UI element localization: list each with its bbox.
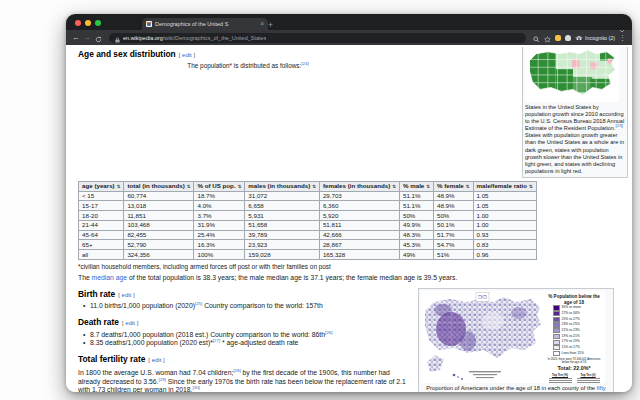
median-age-line: The median age of the total population i… bbox=[78, 274, 628, 283]
column-header[interactable]: male/female ratio⇅ bbox=[473, 181, 536, 191]
reference-link[interactable]: [29] bbox=[158, 376, 165, 381]
table-cell: 5,920 bbox=[319, 211, 399, 221]
table-cell: 51.7% bbox=[433, 230, 473, 240]
column-header[interactable]: total (in thousands)⇅ bbox=[124, 181, 194, 191]
sort-icon[interactable]: ⇅ bbox=[426, 184, 430, 189]
table-cell: 100% bbox=[194, 250, 245, 260]
column-header[interactable]: age (years)⇅ bbox=[79, 181, 124, 191]
inline-link[interactable]: median age bbox=[92, 274, 128, 281]
us-growth-map-image[interactable] bbox=[525, 47, 619, 102]
table-cell: 324,356 bbox=[124, 250, 194, 260]
top-ten-lists: Top Ten (%) Top Ten (#) bbox=[545, 374, 603, 384]
reference-link[interactable]: [30] bbox=[192, 385, 199, 390]
reference-link[interactable]: [28] bbox=[233, 367, 240, 372]
zoom-window-button[interactable] bbox=[95, 20, 101, 26]
tab-search-chevron-icon[interactable] bbox=[619, 19, 625, 37]
legend-total: Total: 22.0%* bbox=[545, 365, 603, 372]
lock-icon bbox=[115, 29, 120, 47]
extension-icon[interactable] bbox=[555, 35, 561, 41]
legend-item: Less than 15% bbox=[553, 351, 603, 356]
sort-icon[interactable]: ⇅ bbox=[392, 184, 396, 189]
incognito-badge[interactable]: Incognito (2) bbox=[575, 35, 615, 41]
browser-titlebar: W Demographics of the United S × + bbox=[66, 14, 632, 30]
close-window-button[interactable] bbox=[75, 20, 81, 26]
text-run: 11.0 births/1,000 population (2020) bbox=[90, 302, 195, 309]
sort-icon[interactable]: ⇅ bbox=[117, 184, 121, 189]
table-cell: 159,028 bbox=[245, 250, 320, 260]
table-cell: 39,789 bbox=[245, 230, 320, 240]
legend-label: Less than 15% bbox=[562, 352, 584, 355]
screenshot-stage: W Demographics of the United S × + ← → e… bbox=[0, 0, 640, 400]
zoom-page-icon[interactable] bbox=[533, 29, 540, 47]
incognito-label: Incognito (2) bbox=[585, 35, 615, 41]
sort-icon[interactable]: ⇅ bbox=[529, 184, 533, 189]
age-table: age (years)⇅total (in thousands)⇅% of US… bbox=[78, 181, 537, 260]
table-cell: 1.00 bbox=[473, 220, 536, 230]
table-cell: 45-64 bbox=[79, 230, 124, 240]
extension-icon[interactable] bbox=[565, 35, 571, 41]
figure-population-growth-map[interactable]: States in the United States by populatio… bbox=[522, 47, 628, 178]
bookmark-star-icon[interactable] bbox=[544, 29, 551, 47]
text-run: The population* is distributed as follow… bbox=[187, 62, 301, 69]
tab-title: Demographics of the United S bbox=[155, 21, 257, 27]
text-run: The bbox=[78, 274, 92, 281]
table-caption: The population* is distributed as follow… bbox=[78, 62, 418, 70]
tab-close-icon[interactable]: × bbox=[260, 21, 264, 28]
forward-icon[interactable]: → bbox=[84, 34, 92, 42]
column-header[interactable]: males (in thousands)⇅ bbox=[245, 181, 320, 191]
wikipedia-favicon-icon: W bbox=[146, 21, 152, 27]
sort-icon[interactable]: ⇅ bbox=[238, 184, 242, 189]
table-row: 18-2011,8513.7%5,9315,92050%50%1.00 bbox=[79, 211, 537, 221]
browser-tab[interactable]: W Demographics of the United S × bbox=[142, 18, 268, 30]
edit-link[interactable]: edit bbox=[122, 292, 132, 298]
sort-icon[interactable]: ⇅ bbox=[466, 184, 470, 189]
minimize-window-button[interactable] bbox=[85, 20, 91, 26]
table-cell: 51.1% bbox=[399, 191, 433, 201]
table-row: 65+52,79016.3%23,92328,86745.3%54.7%0.83 bbox=[79, 240, 537, 250]
legend-swatch bbox=[553, 322, 560, 327]
edit-link[interactable]: edit bbox=[182, 52, 192, 58]
top-ten-count: Top Ten (#) bbox=[576, 374, 601, 384]
reference-link[interactable]: [26] bbox=[325, 329, 332, 334]
list-item: 11.0 births/1,000 population (2020)[25] … bbox=[90, 302, 628, 311]
text-run: States in the United States by populatio… bbox=[525, 104, 624, 131]
edit-section: [ edit ] bbox=[118, 292, 134, 298]
window-controls bbox=[75, 20, 101, 26]
table-cell: 51% bbox=[433, 250, 473, 260]
column-header[interactable]: % female⇅ bbox=[433, 181, 473, 191]
edit-link[interactable]: edit bbox=[152, 357, 162, 363]
column-header[interactable]: % male⇅ bbox=[399, 181, 433, 191]
address-bar[interactable]: en.wikipedia.org/wiki/Demographics_of_th… bbox=[109, 33, 526, 43]
reference-link[interactable]: [23] bbox=[616, 123, 623, 128]
table-cell: 1.05 bbox=[473, 191, 536, 201]
url-path: /wiki/Demographics_of_the_United_States bbox=[163, 35, 267, 41]
sort-icon[interactable]: ⇅ bbox=[312, 184, 316, 189]
column-header[interactable]: % of US pop.⇅ bbox=[194, 181, 245, 191]
table-cell: 31,072 bbox=[245, 191, 320, 201]
wikipedia-article: States in the United States by populatio… bbox=[78, 47, 628, 392]
new-tab-button[interactable]: + bbox=[268, 21, 273, 30]
table-cell: 54.7% bbox=[433, 240, 473, 250]
edit-link[interactable]: edit bbox=[125, 320, 135, 326]
table-cell: 18.7% bbox=[194, 191, 245, 201]
back-icon[interactable]: ← bbox=[72, 34, 80, 42]
column-header[interactable]: females (in thousands)⇅ bbox=[319, 181, 399, 191]
table-cell: 51,658 bbox=[245, 220, 320, 230]
legend-swatch bbox=[553, 351, 560, 356]
table-cell: 51,811 bbox=[319, 220, 399, 230]
legend-label: 27% to 30% bbox=[562, 312, 580, 315]
sort-icon[interactable]: ⇅ bbox=[187, 184, 191, 189]
table-cell: 51.1% bbox=[399, 201, 433, 211]
text-run: 8.7 deaths/1,000 population (2018 est.) … bbox=[90, 331, 325, 338]
table-cell: 45.3% bbox=[399, 240, 433, 250]
table-cell: 49.9% bbox=[399, 220, 433, 230]
text-run: Proportion of Americans under the age of… bbox=[426, 385, 596, 391]
figure-caption: Proportion of Americans under the age of… bbox=[421, 385, 611, 392]
browser-toolbar: ← → en.wikipedia.org/wiki/Demographics_o… bbox=[66, 30, 632, 45]
table-cell: 50% bbox=[399, 211, 433, 221]
table-cell: 50% bbox=[433, 211, 473, 221]
reference-link[interactable]: [24] bbox=[301, 61, 308, 66]
table-cell: 50.1% bbox=[433, 220, 473, 230]
reload-icon[interactable] bbox=[95, 29, 102, 47]
table-row: < 1560,77418.7%31,07229,70351.1%48.9%1.0… bbox=[79, 191, 537, 201]
